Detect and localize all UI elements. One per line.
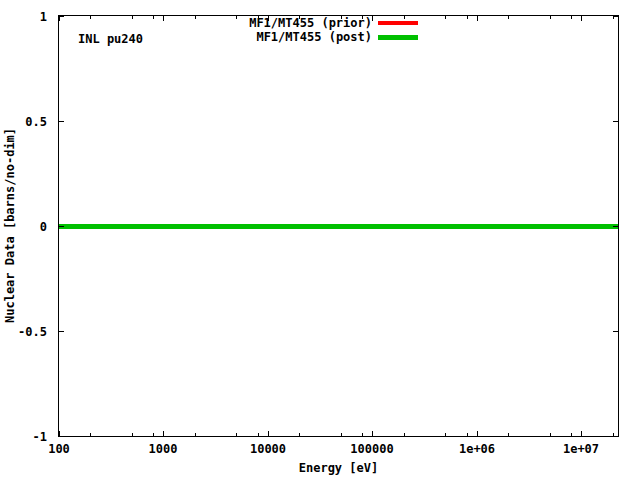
- x-minor-tick-mirror: [236, 16, 237, 19]
- x-minor-tick: [90, 433, 91, 436]
- x-minor-tick-mirror: [467, 16, 468, 19]
- x-minor-tick-mirror: [404, 16, 405, 19]
- x-major-tick-mirror: [477, 16, 478, 21]
- x-minor-tick-mirror: [362, 16, 363, 19]
- y-major-tick: [59, 226, 64, 227]
- plot-area: INL pu240 MF1/MT455 (prior)MF1/MT455 (po…: [58, 15, 619, 437]
- legend-swatch: [378, 35, 418, 40]
- x-tick-label: 100000: [327, 443, 417, 455]
- x-minor-tick-mirror: [90, 16, 91, 19]
- x-minor-tick-mirror: [445, 16, 446, 19]
- x-major-tick-mirror: [372, 16, 373, 21]
- x-minor-tick: [132, 433, 133, 436]
- x-minor-tick: [571, 433, 572, 436]
- x-major-tick-mirror: [163, 16, 164, 21]
- x-minor-tick: [153, 433, 154, 436]
- x-minor-tick-mirror: [153, 16, 154, 19]
- y-tick-label: 0.5: [0, 116, 47, 128]
- y-tick-label: 1: [0, 11, 47, 23]
- x-minor-tick-mirror: [258, 16, 259, 19]
- x-minor-tick: [236, 433, 237, 436]
- x-minor-tick: [508, 433, 509, 436]
- x-minor-tick: [258, 433, 259, 436]
- x-minor-tick-mirror: [508, 16, 509, 19]
- x-minor-tick: [299, 433, 300, 436]
- x-minor-tick: [195, 433, 196, 436]
- x-tick-label: 1e+06: [432, 443, 522, 455]
- legend-row-prior: MF1/MT455 (prior): [249, 16, 418, 30]
- x-major-tick: [163, 431, 164, 436]
- y-major-tick-mirror: [613, 331, 618, 332]
- x-minor-tick: [341, 433, 342, 436]
- x-minor-tick: [362, 433, 363, 436]
- x-minor-tick: [445, 433, 446, 436]
- x-minor-tick: [467, 433, 468, 436]
- y-major-tick-mirror: [613, 121, 618, 122]
- x-minor-tick: [404, 433, 405, 436]
- x-minor-tick-mirror: [195, 16, 196, 19]
- x-major-tick: [477, 431, 478, 436]
- y-tick-label: 0: [0, 221, 47, 233]
- x-tick-label: 1000: [118, 443, 208, 455]
- series-line-post: [59, 224, 618, 229]
- x-minor-tick-mirror: [341, 16, 342, 19]
- x-major-tick: [268, 431, 269, 436]
- y-major-tick: [59, 436, 64, 437]
- y-major-tick: [59, 121, 64, 122]
- x-axis-title: Energy [eV]: [58, 462, 619, 474]
- plot-annotation: INL pu240: [78, 33, 143, 45]
- x-minor-tick-mirror: [550, 16, 551, 19]
- x-minor-tick-mirror: [571, 16, 572, 19]
- y-major-tick-mirror: [613, 226, 618, 227]
- x-major-tick: [581, 431, 582, 436]
- legend-label: MF1/MT455 (post): [256, 31, 372, 43]
- y-major-tick-mirror: [613, 16, 618, 17]
- x-minor-tick: [550, 433, 551, 436]
- x-major-tick-mirror: [581, 16, 582, 21]
- x-major-tick: [372, 431, 373, 436]
- gnuplot-chart: Nuclear Data [barns/no-dim] Energy [eV] …: [0, 0, 640, 480]
- x-tick-label: 10000: [223, 443, 313, 455]
- y-major-tick: [59, 331, 64, 332]
- legend-row-post: MF1/MT455 (post): [249, 30, 418, 44]
- x-minor-tick-mirror: [132, 16, 133, 19]
- x-minor-tick-mirror: [299, 16, 300, 19]
- y-tick-label: -0.5: [0, 326, 47, 338]
- x-tick-label: 100: [14, 443, 104, 455]
- x-major-tick-mirror: [268, 16, 269, 21]
- legend-swatch: [378, 21, 418, 25]
- y-tick-label: -1: [0, 431, 47, 443]
- y-major-tick-mirror: [613, 436, 618, 437]
- x-tick-label: 1e+07: [536, 443, 626, 455]
- y-major-tick: [59, 16, 64, 17]
- legend: MF1/MT455 (prior)MF1/MT455 (post): [249, 16, 418, 44]
